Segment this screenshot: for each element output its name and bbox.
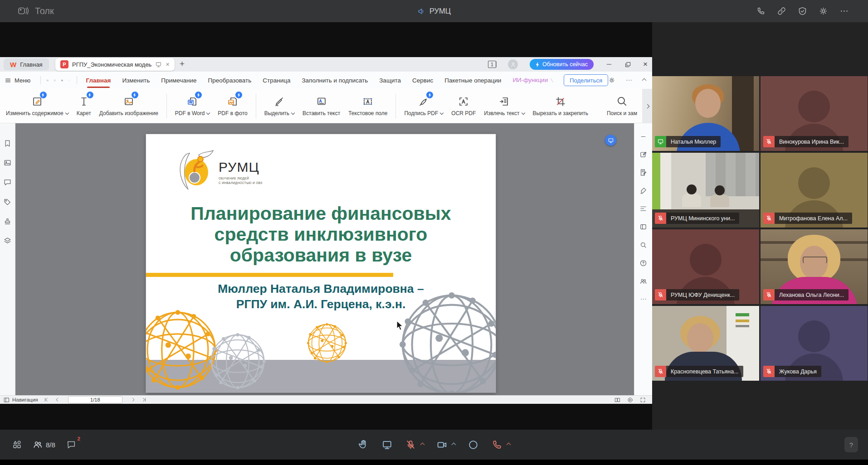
save-icon[interactable] xyxy=(54,77,56,84)
rail-more-icon[interactable] xyxy=(640,295,647,303)
slide-title: Планирование финансовых средств инклюзив… xyxy=(146,203,496,266)
tool-cut-and-pin[interactable]: Вырезать и закрепить xyxy=(529,95,592,116)
menu-item[interactable]: Защита xyxy=(379,77,401,84)
open-file-icon[interactable] xyxy=(47,77,49,84)
raise-hand-button[interactable] xyxy=(358,439,369,450)
participant-label: Жукова Дарья xyxy=(763,366,821,377)
menu-item[interactable]: Преобразовать xyxy=(208,77,251,84)
slideshow-icon[interactable] xyxy=(627,397,633,403)
menu-item[interactable]: Страница xyxy=(263,77,290,84)
menu-item-glavnaya[interactable]: Главная xyxy=(86,77,111,84)
participant-tile-rumc-yufu[interactable]: РУМЦ ЮФУ Денищенк... xyxy=(652,229,759,304)
page-indicator[interactable]: 1/18 xyxy=(68,396,122,403)
help-circle-icon[interactable] xyxy=(639,259,647,267)
pdf-titlebar-actions: 1 Обновить сейчас × xyxy=(488,57,648,72)
collapse-rail-icon[interactable] xyxy=(640,133,647,140)
tool-insert-text[interactable]: Вставить текст xyxy=(298,95,344,116)
menu-items: Главная Изменить Примечание Преобразоват… xyxy=(86,77,555,84)
menu-item[interactable]: Заполнить и подписать xyxy=(302,77,368,84)
outline-list-icon[interactable] xyxy=(639,205,647,213)
menu-item[interactable]: Пакетные операции xyxy=(444,77,501,84)
tool-search-replace[interactable]: Поиск и зам xyxy=(603,95,641,116)
page-edit-icon[interactable] xyxy=(639,169,647,176)
toolbar-expand-button[interactable] xyxy=(642,89,652,123)
share-document-button[interactable]: Поделиться xyxy=(564,74,608,86)
account-avatar[interactable] xyxy=(508,59,518,69)
tool-extract-text[interactable]: Извлечь текст xyxy=(480,95,528,116)
participant-tile-zhukova[interactable]: Жукова Дарья xyxy=(761,306,868,381)
participant-tile-krasnopevtseva[interactable]: Краснопевцева Татьяна... xyxy=(652,306,759,381)
menu-item[interactable]: Изменить xyxy=(122,77,150,84)
menu-item[interactable]: Сервис xyxy=(412,77,433,84)
tool-add-image[interactable]: Добавить изображение xyxy=(95,95,162,116)
call-options-chevron[interactable] xyxy=(507,442,511,447)
tool-ocr-pdf[interactable]: OCR PDF xyxy=(447,95,480,116)
tab-document[interactable]: P РГПУ_Экономическая модеь × xyxy=(55,58,175,71)
document-search-icon[interactable] xyxy=(639,241,647,249)
participant-tile-rumc-mininsky[interactable]: РУМЦ Мининского уни... xyxy=(652,153,759,228)
participant-tile-mitrofanova[interactable]: Митрофанова Елена Ал... xyxy=(761,153,868,228)
leave-call-button[interactable] xyxy=(491,439,502,450)
screen-share-button[interactable] xyxy=(381,439,393,450)
properties-panel-icon[interactable] xyxy=(639,223,647,231)
collapse-ribbon-icon[interactable] xyxy=(642,78,647,82)
tags-panel-icon[interactable] xyxy=(4,198,11,206)
two-page-view-icon[interactable] xyxy=(614,397,620,403)
menu-item-ai[interactable]: ИИ-функции﹨ xyxy=(512,77,555,84)
settings-icon[interactable] xyxy=(819,6,828,16)
pdf-document-area[interactable]: РУМЦ ОБУЧЕНИЕ ЛЮДЕЙ С ИНВАЛИДНОСТЬЮ И ОВ… xyxy=(16,123,634,395)
tab-close-icon[interactable]: × xyxy=(166,61,169,68)
last-page-button[interactable] xyxy=(141,397,147,402)
annotate-icon[interactable] xyxy=(639,150,647,158)
tool-caret[interactable]: Карет xyxy=(73,95,95,116)
screen-share-indicator-button[interactable] xyxy=(605,135,616,146)
camera-button[interactable] xyxy=(436,439,448,450)
help-button[interactable]: ? xyxy=(844,437,858,452)
format-brush-icon[interactable] xyxy=(639,187,647,194)
window-count-badge[interactable]: 1 xyxy=(488,61,496,68)
comments-panel-icon[interactable] xyxy=(4,179,11,186)
restore-button[interactable] xyxy=(624,61,631,68)
fullscreen-icon[interactable] xyxy=(640,397,646,403)
participants-count-button[interactable]: 8/8 xyxy=(33,440,55,450)
tool-text-field[interactable]: Текстовое поле xyxy=(344,95,391,116)
minimize-button[interactable] xyxy=(605,61,613,68)
participant-tile-lekhanova[interactable]: Леханова Ольга Леони... xyxy=(761,229,868,304)
update-now-button[interactable]: Обновить сейчас xyxy=(530,59,594,70)
chat-button[interactable]: 2 xyxy=(66,440,76,450)
participant-tile-vinokurova[interactable]: Винокурова Ирина Вик... xyxy=(761,76,868,151)
next-page-button[interactable] xyxy=(131,397,136,402)
first-page-button[interactable] xyxy=(44,397,49,402)
participant-tile-natalya-muller[interactable]: Наталья Мюллер xyxy=(652,76,759,151)
mic-off-button[interactable] xyxy=(405,439,416,450)
layers-panel-icon[interactable] xyxy=(4,237,11,245)
camera-options-chevron[interactable] xyxy=(452,442,456,447)
tool-pdf-to-photo[interactable]: PDF в фото xyxy=(214,95,251,116)
link-icon[interactable] xyxy=(777,6,786,16)
shield-check-icon[interactable] xyxy=(798,6,807,16)
tab-home[interactable]: W Главная xyxy=(4,58,49,70)
layout-icon[interactable] xyxy=(12,440,22,450)
new-tab-button[interactable]: + xyxy=(180,59,185,69)
more-icon[interactable] xyxy=(839,6,849,16)
previous-page-button[interactable] xyxy=(54,397,60,402)
main-menu-button[interactable]: Меню xyxy=(5,77,30,84)
tool-sign-pdf[interactable]: Подпись PDF xyxy=(400,95,447,116)
mic-options-chevron[interactable] xyxy=(420,442,425,447)
tool-edit-content[interactable]: Изменить содержимое xyxy=(2,95,73,116)
tool-highlight[interactable]: Выделить xyxy=(260,95,298,116)
phone-icon[interactable] xyxy=(756,6,766,16)
ribbon-more-icon[interactable] xyxy=(625,77,633,84)
print-icon[interactable] xyxy=(61,77,63,84)
bookmarks-panel-icon[interactable] xyxy=(4,140,11,147)
stamp-panel-icon[interactable] xyxy=(4,218,11,225)
menu-item[interactable]: Примечание xyxy=(161,77,196,84)
thumbnails-panel-icon[interactable] xyxy=(4,159,11,167)
close-window-button[interactable]: × xyxy=(643,60,648,69)
more-quick-icon[interactable] xyxy=(68,77,70,84)
tool-pdf-to-word[interactable]: PDF в Word xyxy=(171,95,214,116)
contacts-icon[interactable] xyxy=(639,277,647,285)
record-circle-button[interactable] xyxy=(468,439,479,450)
navigation-toggle[interactable]: Навигация xyxy=(4,397,38,403)
ribbon-settings-icon[interactable] xyxy=(608,77,615,84)
